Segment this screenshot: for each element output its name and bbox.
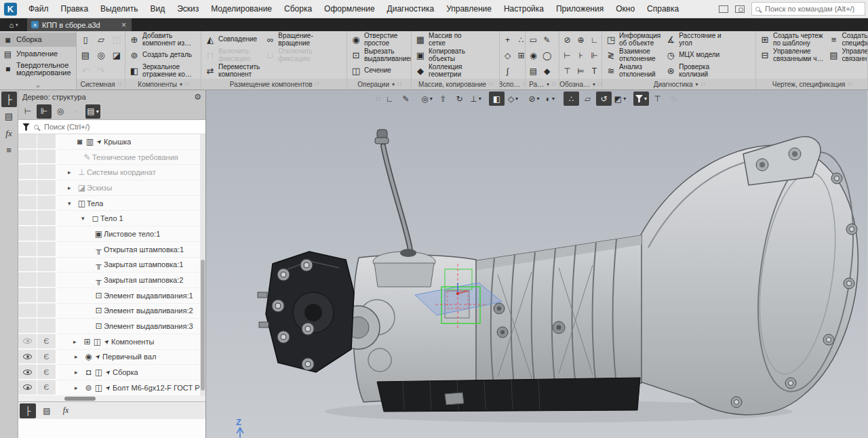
collision-check[interactable]: ⊛Проверкаколлизий [663, 63, 723, 79]
menu-item-12[interactable]: Окно [610, 0, 641, 18]
gear-icon[interactable]: ⚙ [194, 92, 201, 102]
tree-expander-icon[interactable]: ▸ [68, 169, 77, 176]
dimension-brush[interactable]: ✎ [540, 32, 553, 47]
panel-variables[interactable]: fx [1, 125, 17, 141]
panel-tree[interactable]: ├ [1, 92, 17, 107]
designation-text[interactable]: T [588, 63, 601, 79]
viewport-3d[interactable]: Z ∷∟✎◎▾⇧↻⊥▾◧◇▾⊘▾◐▾∴▱↺◩▾▾⊤✎ [206, 90, 867, 438]
cut-extrude[interactable]: ⊡Вырезатьвыдавливанием [349, 47, 412, 63]
scrollbar-thumb[interactable] [64, 397, 96, 401]
window-layout-icon[interactable] [719, 5, 728, 13]
fixation-cell[interactable]: Є [37, 380, 56, 395]
tree-expander-icon[interactable]: ▸ [75, 353, 83, 360]
tree-expander-icon[interactable]: ▾ [81, 215, 90, 222]
geometry-collection[interactable]: ◆Коллекциягеометрии [413, 63, 467, 79]
group-drag-handle-icon[interactable]: ∷ [523, 81, 525, 87]
visibility-cell[interactable] [18, 334, 37, 349]
fixation-cell[interactable]: Є [37, 334, 56, 349]
tree-item[interactable]: ⊡Элемент выдавливания:2 [18, 304, 205, 319]
eye-icon[interactable] [23, 338, 32, 344]
menu-item-2[interactable]: Выделить [94, 0, 144, 18]
open-document[interactable]: ▱ [94, 32, 108, 47]
menu-item-1[interactable]: Правка [55, 0, 95, 18]
home-button[interactable]: ⌂ ▾ [0, 18, 27, 31]
menu-item-6[interactable]: Сборка [278, 0, 318, 18]
rebuild-model[interactable]: ↺ [596, 92, 612, 106]
create-part[interactable]: ⊚Создать деталь [127, 47, 194, 63]
tree-item[interactable]: Є▸⊚◫➤Болт М6-6gx12-F ГОСТ Р 502 [18, 380, 205, 396]
create-specification[interactable]: ≡Создатьспецифи [826, 32, 868, 47]
window-settings-icon[interactable] [735, 5, 745, 13]
tree-item[interactable]: ✎Технические требования [18, 150, 205, 165]
eye-icon[interactable] [23, 354, 32, 359]
dimension-linear[interactable]: ▭ [527, 32, 540, 47]
section[interactable]: ◫Сечение [349, 63, 412, 79]
fixation-icon[interactable]: Є [44, 383, 50, 391]
mutual-deviation[interactable]: ≷Взаимноеотклонение [604, 47, 663, 63]
group-expand-icon[interactable]: ▾ [696, 81, 698, 87]
fixation-icon[interactable]: Є [44, 353, 50, 361]
relations-display[interactable]: ∴ [564, 92, 579, 106]
fixation-icon[interactable]: Є [44, 368, 50, 376]
designation-tolerance[interactable]: ⊨ [574, 63, 587, 79]
designation-leader[interactable]: ∟ [588, 32, 601, 47]
mass-properties[interactable]: ◷МЦХ модели [663, 47, 723, 63]
menu-item-11[interactable]: Приложения [550, 0, 610, 18]
designation-position[interactable]: ⊕ [574, 32, 587, 47]
tab-close-icon[interactable]: × [120, 20, 127, 30]
planes-display[interactable]: ◩▾ [612, 92, 628, 106]
component-check[interactable]: ⊤ [650, 92, 665, 106]
copy-objects[interactable]: ▣Копироватьобъекты [413, 47, 467, 63]
tree-search-input[interactable] [43, 122, 201, 132]
bottom-tab-specification[interactable]: ▤ [39, 403, 55, 418]
tree-item[interactable]: ▾◫Тела [18, 196, 205, 212]
control-points[interactable]: ∴ [515, 32, 526, 47]
menu-item-0[interactable]: Файл [22, 0, 55, 18]
visibility-cell[interactable] [18, 365, 37, 380]
bottom-tab-variables[interactable]: fx [58, 403, 74, 418]
group-drag-handle-icon[interactable]: ∷ [489, 81, 492, 87]
menu-item-4[interactable]: Эскиз [171, 0, 205, 18]
rotation-rotation-mate[interactable]: ∞Вращение-вращение [262, 32, 315, 47]
tree-expander-icon[interactable]: ▸ [73, 338, 82, 345]
sketch-mode[interactable]: ✎ [398, 92, 414, 106]
tree-item[interactable]: ▾◻Тело 1 [18, 211, 205, 226]
tree-expander-icon[interactable]: ▸ [75, 384, 83, 391]
manage-linked-specs[interactable]: ▤Управлесвязанн [826, 47, 868, 63]
mode-panel-collapse-icon[interactable]: » [0, 84, 76, 89]
app-logo-icon[interactable]: K [4, 3, 17, 16]
designation-datum[interactable]: ⊢ [561, 47, 574, 63]
tree-item[interactable]: ▣Листовое тело:1 [18, 226, 205, 242]
spline[interactable]: ∫ [501, 63, 514, 79]
tree-view-composition[interactable]: ⊢ [20, 104, 35, 119]
section-view[interactable]: ▱ [580, 92, 595, 106]
zoom-tool[interactable]: ◎▾ [419, 92, 435, 106]
menu-item-7[interactable]: Оформление [318, 0, 380, 18]
group-drag-handle-icon[interactable]: ∷ [552, 81, 555, 87]
group-drag-handle-icon[interactable]: ∷ [397, 81, 401, 87]
fixation-cell[interactable]: Є [37, 365, 56, 380]
deviation-analysis[interactable]: ≋Анализотклонений [604, 63, 663, 79]
tree-item[interactable]: Є▸◘◫➤Сборка [18, 365, 205, 380]
bottom-tab-tree[interactable]: ├ [20, 403, 36, 418]
construction-axis[interactable]: + [501, 32, 514, 47]
tree-item[interactable]: Є▸◉➤Первичный вал [18, 350, 205, 365]
print-preview[interactable]: ◎ [94, 47, 108, 63]
hide-objects[interactable]: ⊘▾ [526, 92, 542, 106]
tree-item[interactable]: ◙▥➤Крышка [18, 134, 205, 150]
tree-item[interactable]: ╥Закрытая штамповка:2 [18, 273, 205, 288]
tree-display-options[interactable]: ▤▾ [85, 104, 100, 119]
simple-hole[interactable]: ◉Отверстиепростое [349, 32, 412, 47]
clip-view[interactable]: ◐▾ [542, 92, 558, 106]
dimension-sheet[interactable]: ▤ [527, 63, 540, 79]
tree-expander-icon[interactable]: ▸ [75, 369, 83, 376]
dimension-surface[interactable]: ◉ [527, 47, 540, 63]
wireframe-display[interactable]: ◇▾ [505, 92, 521, 106]
group-drag-handle-icon[interactable]: ∷ [701, 81, 705, 87]
save-as[interactable]: ◪ [109, 47, 124, 63]
menu-item-10[interactable]: Настройка [498, 0, 550, 18]
dimension-gem[interactable]: ◆ [540, 63, 553, 79]
coordinate-planes[interactable]: ∟ [382, 92, 397, 106]
tree-item[interactable]: ╥Открытая штамповка:1 [18, 242, 205, 258]
create-drawing-from-template[interactable]: ⊞Создать чертежпо шаблону [757, 32, 825, 47]
